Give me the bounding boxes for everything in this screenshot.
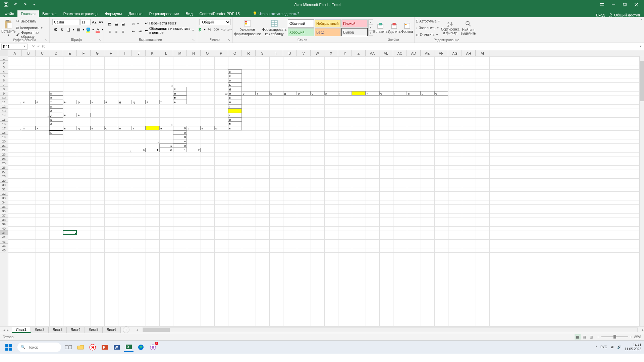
row-header[interactable]: 42 — [0, 235, 8, 239]
redo-icon[interactable]: ↷ — [21, 1, 28, 8]
style-cell[interactable]: Ввод — [315, 28, 341, 36]
row-header[interactable]: 23 — [0, 152, 8, 157]
cell[interactable]: п — [22, 126, 36, 130]
row-header[interactable]: 37 — [0, 213, 8, 218]
signin-link[interactable]: Вход — [596, 13, 605, 17]
col-header[interactable]: Z — [352, 50, 366, 56]
yandex-icon[interactable]: Я — [88, 343, 97, 352]
sheet-tab[interactable]: Лист3 — [49, 327, 67, 333]
cell[interactable]: т — [49, 126, 63, 130]
row-header[interactable]: 13 — [0, 109, 8, 113]
normal-view-icon[interactable]: ▦ — [575, 334, 581, 340]
fill-color-icon[interactable]: 🪣 — [85, 26, 91, 33]
row-header[interactable]: 35 — [0, 204, 8, 209]
cell[interactable]: ь — [228, 82, 242, 87]
cell[interactable]: е — [228, 117, 242, 122]
cell[interactable]: е — [228, 74, 242, 78]
col-header[interactable]: AA — [366, 50, 379, 56]
delete-cells-button[interactable]: Удалить — [388, 18, 400, 38]
increase-font-icon[interactable]: A▴ — [91, 19, 97, 25]
fill-button[interactable]: ↓Заполнить▼ — [416, 25, 440, 31]
col-header[interactable]: T — [269, 50, 283, 56]
menu-tab-файл[interactable]: Файл — [1, 10, 17, 17]
row-header[interactable]: 12 — [0, 104, 8, 109]
bold-button[interactable]: Ж — [52, 26, 58, 33]
confirm-formula-icon[interactable]: ✓ — [37, 44, 40, 49]
page-layout-view-icon[interactable]: ▤ — [581, 334, 587, 340]
save-icon[interactable] — [3, 1, 9, 8]
tell-me[interactable]: 💡Что вы хотите сделать? — [250, 10, 302, 17]
row-header[interactable]: 5 — [0, 74, 8, 78]
cell[interactable]: ь — [63, 126, 77, 130]
select-all-corner[interactable] — [0, 50, 8, 56]
cell[interactable]: с — [228, 113, 242, 117]
cell[interactable]: д — [118, 100, 132, 104]
col-header[interactable]: F — [77, 50, 91, 56]
row-header[interactable]: 10 — [0, 96, 8, 100]
col-header[interactable]: S — [256, 50, 269, 56]
row-header[interactable]: 30 — [0, 183, 8, 187]
currency-icon[interactable]: 💲 — [197, 26, 203, 33]
col-header[interactable]: N — [187, 50, 201, 56]
cell[interactable]: ц — [49, 117, 63, 122]
row-header[interactable]: 16 — [0, 122, 8, 126]
launcher-icon[interactable]: ⤡ — [192, 38, 195, 42]
page-break-view-icon[interactable]: ▥ — [588, 334, 594, 340]
row-header[interactable]: 39 — [0, 222, 8, 226]
row-header[interactable]: 36 — [0, 209, 8, 213]
col-header[interactable]: AG — [448, 50, 462, 56]
autosum-button[interactable]: ΣАвтосумма▼ — [416, 18, 440, 24]
cell[interactable]: е — [297, 91, 311, 96]
style-cell[interactable]: Плохой — [341, 19, 368, 27]
col-header[interactable]: J — [132, 50, 146, 56]
row-header[interactable]: 44 — [0, 244, 8, 248]
cell[interactable]: п — [49, 91, 63, 96]
col-header[interactable]: X — [324, 50, 338, 56]
tray-chevron-icon[interactable]: ˄ — [595, 345, 597, 349]
zoom-out-icon[interactable]: − — [597, 335, 599, 339]
sort-filter-button[interactable]: AZСортировка и фильтр — [441, 18, 459, 38]
cell[interactable]: т — [393, 91, 407, 96]
font-color-icon[interactable]: A — [95, 26, 101, 33]
cell[interactable]: 0 — [173, 126, 187, 130]
align-center-icon[interactable]: ≡ — [113, 28, 119, 35]
hscroll-left-icon[interactable]: ◂ — [136, 328, 138, 331]
col-header[interactable]: D — [49, 50, 63, 56]
style-cell[interactable]: Обычный — [288, 19, 314, 27]
wrap-text-button[interactable]: ↵Перенести текст — [145, 21, 194, 25]
col-header[interactable]: A — [8, 50, 22, 56]
cell[interactable]: с — [311, 91, 324, 96]
row-header[interactable]: 22 — [0, 148, 8, 152]
row-header[interactable]: 40 — [0, 226, 8, 231]
col-header[interactable]: K — [146, 50, 159, 56]
number-format-select[interactable]: Общий — [199, 19, 231, 25]
zoom-slider[interactable] — [601, 336, 628, 337]
cell[interactable]: м — [228, 122, 242, 126]
cell[interactable]: е — [91, 126, 104, 130]
menu-tab-главная[interactable]: Главная — [17, 10, 39, 17]
col-header[interactable]: AB — [379, 50, 393, 56]
col-header[interactable]: AI — [476, 50, 489, 56]
sheet-tab[interactable]: Лист6 — [103, 327, 121, 333]
tray-clock[interactable]: 14:4111.05.2023 — [625, 343, 641, 351]
sheet-tab[interactable]: Лист5 — [85, 327, 103, 333]
col-header[interactable]: O — [201, 50, 214, 56]
cell[interactable]: я — [324, 91, 338, 96]
row-header[interactable]: 15 — [0, 117, 8, 122]
cell[interactable]: в — [159, 126, 173, 130]
col-header[interactable]: W — [311, 50, 324, 56]
borders-icon[interactable]: ▦ — [75, 26, 82, 33]
task-view-icon[interactable] — [64, 343, 73, 352]
align-bottom-icon[interactable]: ⬓ — [120, 21, 126, 27]
powerpoint-icon[interactable]: P — [100, 343, 109, 352]
row-header[interactable]: 33 — [0, 196, 8, 200]
horizontal-scrollbar[interactable] — [143, 327, 638, 332]
sheet-tab[interactable]: Лист4 — [67, 327, 85, 333]
cell[interactable]: а — [146, 100, 159, 104]
col-header[interactable]: V — [297, 50, 311, 56]
row-header[interactable]: 20 — [0, 139, 8, 143]
row-header[interactable]: 17 — [0, 126, 8, 130]
hscroll-right-icon[interactable]: ▸ — [642, 328, 644, 331]
spreadsheet-grid[interactable]: семьдспешестьдесятчетыреямсчетырнадцатья… — [8, 56, 644, 326]
cell[interactable]: ь — [49, 130, 63, 135]
